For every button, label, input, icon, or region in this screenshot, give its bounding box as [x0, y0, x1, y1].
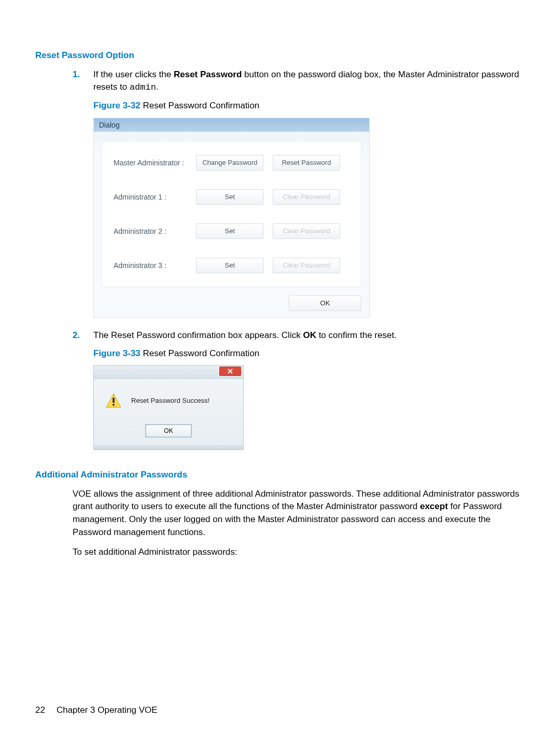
step1-text-bold: Reset Password — [174, 69, 242, 79]
step2-text-b: to confirm the reset. — [316, 330, 397, 340]
paragraph: VOE allows the assignment of three addit… — [73, 488, 525, 539]
set-button[interactable]: Set — [196, 189, 263, 205]
figure-title: Reset Password Confirmation — [141, 101, 260, 110]
list-marker: 1. — [73, 68, 93, 325]
dialog-row: Master Administrator : Change Password R… — [102, 146, 361, 180]
figure-caption: Figure 3-32 Reset Password Confirmation — [93, 100, 525, 113]
warning-icon — [105, 392, 122, 409]
dialog-row: Administrator 1 : Set Clear Password — [102, 180, 361, 214]
change-password-button[interactable]: Change Password — [196, 155, 263, 171]
dialog-row: Administrator 3 : Set Clear Password — [102, 248, 361, 283]
close-button[interactable] — [219, 367, 241, 376]
clear-password-button[interactable]: Clear Password — [273, 189, 340, 205]
list-item: 1. If the user clicks the Reset Password… — [73, 68, 525, 325]
step2-text-a: The Reset Password confirmation box appe… — [93, 330, 303, 340]
confirmation-text: Reset Password Success! — [131, 396, 209, 406]
clear-password-button[interactable]: Clear Password — [273, 223, 340, 239]
close-icon — [228, 369, 233, 374]
set-button[interactable]: Set — [196, 258, 263, 273]
page-footer: 22Chapter 3 Operating VOE — [35, 704, 158, 717]
paragraph: To set additional Administrator password… — [73, 546, 525, 559]
ok-button[interactable]: OK — [289, 296, 361, 311]
list-marker: 2. — [73, 329, 93, 465]
figure-label: Figure 3-32 — [93, 101, 141, 110]
heading-additional-admin-passwords: Additional Administrator Passwords — [35, 469, 525, 482]
step1-text-a: If the user clicks the — [93, 69, 174, 79]
figure-label: Figure 3-33 — [93, 348, 141, 358]
svg-rect-2 — [113, 404, 114, 405]
set-button[interactable]: Set — [196, 223, 263, 239]
step1-text-c: . — [156, 82, 159, 92]
reset-password-button[interactable]: Reset Password — [273, 155, 340, 171]
page-number: 22 — [35, 705, 45, 715]
svg-rect-1 — [113, 398, 114, 403]
figure-caption: Figure 3-33 Reset Password Confirmation — [93, 347, 525, 360]
row-label: Administrator 1 : — [114, 192, 196, 202]
list-item: 2. The Reset Password confirmation box a… — [73, 329, 525, 465]
row-label: Master Administrator : — [114, 158, 196, 168]
chapter-title: Chapter 3 Operating VOE — [57, 705, 158, 715]
figure-title: Reset Password Confirmation — [141, 348, 260, 358]
password-dialog: Dialog Master Administrator : Change Pas… — [93, 118, 370, 318]
row-label: Administrator 3 : — [114, 260, 196, 271]
dialog-title: Dialog — [94, 118, 369, 132]
ok-button[interactable]: OK — [146, 425, 191, 437]
para-bold: except — [420, 501, 448, 511]
confirmation-dialog: Reset Password Success! OK — [93, 365, 244, 450]
heading-reset-password-option: Reset Password Option — [35, 49, 525, 62]
clear-password-button[interactable]: Clear Password — [273, 258, 340, 273]
row-label: Administrator 2 : — [114, 226, 196, 236]
dialog-row: Administrator 2 : Set Clear Password — [102, 214, 361, 248]
step1-text-mono: admin — [130, 82, 156, 92]
step2-text-bold: OK — [303, 330, 316, 340]
